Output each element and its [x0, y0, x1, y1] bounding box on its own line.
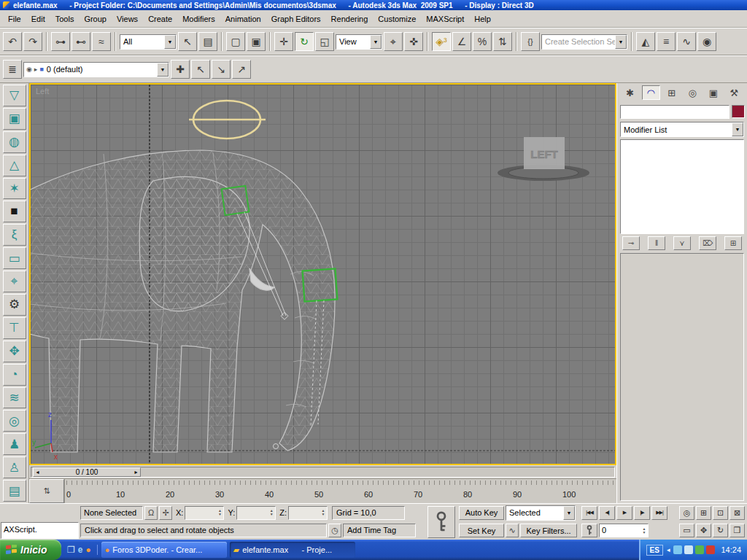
plane-tool-icon[interactable]: ■: [3, 201, 26, 222]
rectangular-selection-region-icon[interactable]: ▢: [226, 32, 245, 51]
material-editor-icon[interactable]: ◉: [697, 32, 716, 51]
hand-tool-icon[interactable]: ✥: [3, 341, 26, 362]
track-bar[interactable]: ⇅ 0102030405060708090100: [29, 478, 616, 503]
menu-item[interactable]: Create: [143, 12, 177, 26]
door-tool-icon[interactable]: ▤: [3, 480, 26, 502]
next-frame-button[interactable]: |▶: [634, 506, 650, 520]
select-by-name-icon[interactable]: ▤: [198, 32, 217, 51]
spinner-snap-icon[interactable]: ⇅: [493, 32, 512, 51]
set-keys-button[interactable]: [427, 506, 455, 538]
sphere-tool-icon[interactable]: ◍: [3, 131, 26, 153]
menu-item[interactable]: Modifiers: [177, 12, 220, 26]
star-tool-icon[interactable]: ✶: [3, 178, 26, 200]
elephant-wireframe[interactable]: [31, 150, 335, 452]
set-current-layer-icon[interactable]: ↗: [232, 60, 251, 79]
select-object-icon[interactable]: ↖: [178, 32, 197, 51]
task-button-elefante[interactable]: ▰ elefante.max - Proje...: [230, 542, 355, 558]
selection-lock-toggle[interactable]: Ω: [144, 506, 158, 520]
tray-icon-3[interactable]: [695, 545, 704, 554]
modifier-list-dropdown[interactable]: Modifier List ▼: [620, 122, 744, 137]
menu-item[interactable]: Help: [469, 12, 496, 26]
menu-item[interactable]: Animation: [220, 12, 266, 26]
figure-tool-icon[interactable]: ♙: [3, 456, 26, 478]
redo-icon[interactable]: ↷: [23, 32, 42, 51]
left-text-object[interactable]: LEFT: [498, 137, 589, 181]
menu-item[interactable]: File: [3, 12, 26, 26]
tab-create[interactable]: ✱: [621, 85, 640, 100]
configure-modifier-sets-button[interactable]: ⊞: [724, 236, 742, 250]
chevron-down-icon[interactable]: ▼: [563, 506, 575, 520]
chevron-down-icon[interactable]: ▼: [164, 35, 176, 49]
next-frame-arrow-icon[interactable]: ▸: [132, 469, 140, 475]
tab-display[interactable]: ▣: [704, 85, 723, 100]
use-pivot-center-icon[interactable]: ⌖: [384, 32, 403, 51]
tab-utilities[interactable]: ⚒: [725, 85, 744, 100]
absolute-offset-toggle[interactable]: ✢: [159, 506, 172, 520]
key-mode-toggle-button[interactable]: [581, 524, 597, 537]
make-unique-button[interactable]: ⋎: [673, 236, 691, 250]
menu-item[interactable]: Group: [79, 12, 112, 26]
new-key-tangent-button[interactable]: ∿: [506, 524, 519, 537]
menu-item[interactable]: Edit: [26, 12, 50, 26]
biped-tool-icon[interactable]: ♟: [3, 433, 26, 455]
box-tool-icon[interactable]: ▣: [3, 108, 26, 130]
maximize-viewport-icon[interactable]: ❒: [729, 524, 745, 537]
previous-frame-arrow-icon[interactable]: ◂: [34, 469, 42, 475]
tap-tool-icon[interactable]: ⊤: [3, 317, 26, 339]
percent-snap-icon[interactable]: %: [473, 32, 492, 51]
pin-stack-button[interactable]: ⊸: [622, 236, 640, 250]
spring-tool-icon[interactable]: ξ: [3, 224, 26, 246]
browser-icon[interactable]: ●: [85, 545, 90, 555]
show-end-result-button[interactable]: ‖: [648, 236, 665, 250]
layer-manager-icon[interactable]: ≣: [3, 60, 22, 79]
start-button[interactable]: Inicio: [0, 540, 61, 560]
edit-named-sets-icon[interactable]: {}: [521, 32, 540, 51]
window-crossing-icon[interactable]: ▣: [247, 32, 266, 51]
tray-icon-1[interactable]: [673, 545, 682, 554]
add-selection-to-layer-icon[interactable]: ↖: [191, 60, 210, 79]
language-indicator[interactable]: ES: [646, 545, 663, 556]
reference-coordinate-dropdown[interactable]: View ▼: [336, 34, 382, 50]
previous-frame-button[interactable]: ◀|: [599, 506, 615, 520]
current-frame-field[interactable]: 0 ▲▼: [599, 524, 649, 537]
viewport-left[interactable]: Left: [29, 83, 616, 465]
menu-item[interactable]: Customize: [373, 12, 421, 26]
y-coordinate-field[interactable]: ▲▼: [236, 506, 276, 520]
bone-tool-icon[interactable]: ⌖: [3, 271, 26, 292]
internet-explorer-icon[interactable]: e: [78, 545, 83, 555]
named-selection-sets-combo[interactable]: Create Selection Set ▼: [541, 34, 627, 50]
tray-icon-4[interactable]: [706, 545, 715, 554]
unlink-selection-icon[interactable]: ⊷: [71, 32, 90, 51]
cloth-tool-icon[interactable]: ▽: [3, 85, 26, 106]
open-mini-curve-editor-button[interactable]: ⇅: [29, 479, 64, 503]
menu-item[interactable]: Views: [112, 12, 143, 26]
zoom-extents-all-icon[interactable]: ⊠: [729, 506, 745, 520]
go-to-end-button[interactable]: ▶▶|: [651, 506, 667, 520]
maxscript-mini-listener[interactable]: AXScript.: [1, 522, 79, 539]
remove-modifier-button[interactable]: ⌦: [699, 236, 716, 250]
cone-tool-icon[interactable]: △: [3, 155, 26, 176]
menu-item[interactable]: Tools: [50, 12, 80, 26]
z-coordinate-field[interactable]: ▲▼: [288, 506, 328, 520]
chevron-down-icon[interactable]: ▼: [370, 35, 382, 49]
chevron-down-icon[interactable]: ▼: [732, 122, 743, 136]
snaps-toggle-icon[interactable]: ◈³: [432, 32, 451, 51]
object-name-field[interactable]: [620, 105, 729, 119]
pot-tool-icon[interactable]: ◔: [3, 364, 26, 386]
object-color-swatch[interactable]: [732, 105, 745, 118]
time-slider-handle[interactable]: ◂ 0 / 100 ▸: [33, 467, 141, 477]
go-to-start-button[interactable]: |◀◀: [581, 506, 597, 520]
angle-snap-icon[interactable]: ∠: [452, 32, 471, 51]
mirror-icon[interactable]: ◭: [636, 32, 655, 51]
x-spinner[interactable]: ▲▼: [216, 507, 223, 519]
gear-tool-icon[interactable]: ⚙: [3, 294, 26, 316]
bind-to-spacewarp-icon[interactable]: ≈: [92, 32, 111, 51]
viewport-label[interactable]: Left: [36, 87, 49, 96]
select-and-link-icon[interactable]: ⊶: [51, 32, 70, 51]
region-zoom-icon[interactable]: ▭: [679, 524, 694, 537]
capsule-tool-icon[interactable]: ▭: [3, 247, 26, 269]
y-spinner[interactable]: ▲▼: [268, 507, 275, 519]
tab-hierarchy[interactable]: ⊞: [662, 85, 681, 100]
tray-icon-2[interactable]: [684, 545, 693, 554]
key-mode-combo[interactable]: Selected ▼: [506, 505, 576, 521]
